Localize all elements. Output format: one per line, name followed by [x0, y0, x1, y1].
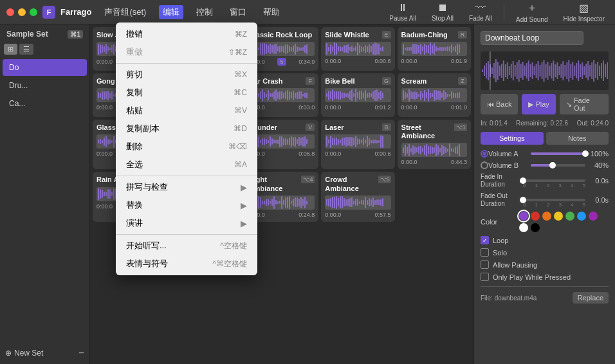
menu-item[interactable]: 撤销 ⌘Z	[116, 25, 257, 43]
menu-item[interactable]: 表情与符号 ^⌘空格键	[116, 255, 257, 273]
menu-item-label: 复制	[126, 87, 143, 98]
menu-separator	[116, 234, 257, 235]
menu-item-shortcut: ⇧⌘Z	[228, 48, 247, 57]
menu-item-label: 剪切	[126, 69, 143, 80]
menu-item[interactable]: 复制 ⌘C	[116, 84, 257, 102]
menu-item-shortcut: ^空格键	[220, 241, 247, 251]
menu-item-label: 拼写与检查	[126, 181, 168, 193]
submenu-arrow-icon: ▶	[241, 183, 247, 192]
menu-item-label: 重做	[126, 46, 143, 58]
menu-item-label: 复制副本	[126, 123, 160, 134]
menu-item-shortcut: ⌘X	[234, 70, 247, 79]
menu-item-shortcut: ⌘D	[234, 124, 247, 133]
menu-item-label: 删除	[126, 141, 143, 152]
menu-separator	[116, 176, 257, 176]
dropdown-menu: 撤销 ⌘Z 重做 ⇧⌘Z 剪切 ⌘X 复制 ⌘C 粘贴 ⌘V 复制副本 ⌘D	[116, 23, 257, 275]
menu-item: 重做 ⇧⌘Z	[116, 43, 257, 61]
menu-item-label: 粘贴	[126, 105, 143, 116]
menu-item-shortcut: ⌘Z	[235, 30, 247, 39]
menu-item-shortcut: ⌘V	[234, 106, 247, 115]
menu-item-shortcut: ⌘C	[234, 88, 247, 97]
menu-item[interactable]: 删除 ⌘⌫	[116, 138, 257, 156]
menu-item[interactable]: 粘贴 ⌘V	[116, 102, 257, 120]
menu-item[interactable]: 全选 ⌘A	[116, 156, 257, 174]
menu-item[interactable]: 剪切 ⌘X	[116, 66, 257, 84]
menu-item[interactable]: 拼写与检查 ▶	[116, 178, 257, 196]
menu-item-label: 表情与符号	[126, 258, 168, 269]
menu-separator	[116, 63, 257, 64]
submenu-arrow-icon: ▶	[241, 201, 247, 210]
menu-item-label: 演讲	[126, 217, 143, 229]
menu-item[interactable]: 替换 ▶	[116, 196, 257, 214]
menu-item-shortcut: ^⌘空格键	[212, 259, 247, 269]
menu-item-label: 撤销	[126, 28, 143, 40]
menu-item[interactable]: 开始听写... ^空格键	[116, 237, 257, 255]
menu-item-shortcut: ⌘A	[234, 160, 247, 169]
menu-item-label: 替换	[126, 199, 143, 211]
menu-item-label: 全选	[126, 159, 143, 170]
menu-item-shortcut: ⌘⌫	[228, 142, 247, 151]
menu-item[interactable]: 复制副本 ⌘D	[116, 120, 257, 138]
submenu-arrow-icon: ▶	[241, 219, 247, 228]
menu-item[interactable]: 演讲 ▶	[116, 214, 257, 232]
menu-item-label: 开始听写...	[126, 240, 167, 251]
menu-overlay: 撤销 ⌘Z 重做 ⇧⌘Z 剪切 ⌘X 复制 ⌘C 粘贴 ⌘V 复制副本 ⌘D	[0, 0, 615, 364]
